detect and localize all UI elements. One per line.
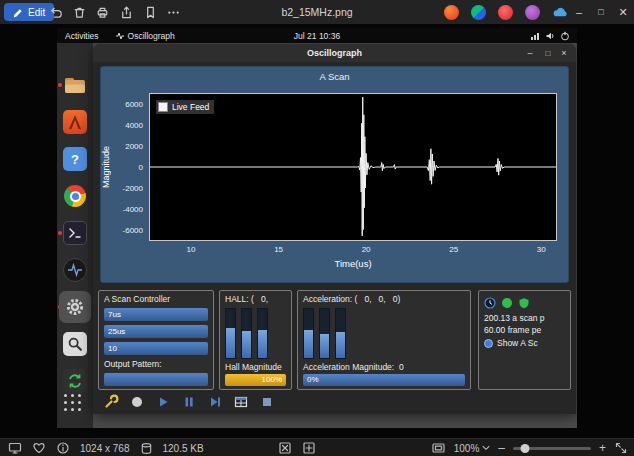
text-editor-app-icon[interactable] <box>63 110 87 134</box>
step-forward-button[interactable] <box>207 394 223 410</box>
hall-magnitude-label: Hall Magnitude <box>225 362 286 372</box>
zoom-in-button[interactable]: + <box>599 441 606 455</box>
status-ok-icon <box>501 297 513 309</box>
record-button[interactable] <box>129 394 145 410</box>
zoom-level-dropdown[interactable]: 100% <box>454 443 491 454</box>
settings-wrench-button[interactable] <box>103 394 119 410</box>
x-tick-label: 10 <box>187 245 196 254</box>
zoom-fill-icon[interactable] <box>302 441 316 455</box>
a-scan-trace <box>150 97 556 236</box>
output-pattern-bar[interactable] <box>104 373 208 386</box>
terminal-prompt-icon <box>68 226 82 240</box>
a-scan-waveform <box>150 94 556 240</box>
pulse-width-slider[interactable]: 7us <box>104 308 208 321</box>
dock: ? <box>57 43 93 428</box>
osc-close-button[interactable]: × <box>556 44 572 62</box>
plot-area[interactable]: Live Feed <box>149 93 557 241</box>
stop-button[interactable] <box>259 394 275 410</box>
minimize-button[interactable]: – <box>568 0 590 24</box>
fit-screen-icon[interactable] <box>431 441 446 455</box>
zoom-out-button[interactable]: – <box>498 441 505 455</box>
stats-group: 200.13 a scan p 60.00 frame pe Show A Sc <box>478 290 571 390</box>
undo-button[interactable] <box>46 2 67 22</box>
share-button[interactable] <box>116 2 137 22</box>
delete-button[interactable] <box>69 2 90 22</box>
info-icon[interactable] <box>56 441 70 455</box>
show-a-scan-option[interactable]: Show A Sc <box>484 338 565 348</box>
clock[interactable]: Jul 21 10:36 <box>294 28 340 43</box>
purple-app-icon[interactable] <box>525 5 540 20</box>
trash-icon <box>72 5 87 20</box>
fullscreen-icon[interactable] <box>614 441 628 455</box>
printer-icon <box>95 5 110 20</box>
settings-app-icon[interactable] <box>63 295 87 319</box>
oscillograph-dock-icon[interactable] <box>63 258 87 282</box>
bookmark-icon <box>143 5 158 20</box>
favorite-tag-button[interactable] <box>140 2 161 22</box>
cloud-app-icon[interactable] <box>552 5 567 20</box>
help-app-icon[interactable]: ? <box>63 147 87 171</box>
orange-app-icon[interactable] <box>444 5 459 20</box>
play-icon <box>155 394 171 410</box>
maximize-button[interactable]: □ <box>590 0 612 24</box>
transport-toolbar <box>103 394 275 410</box>
window-slider[interactable]: 25us <box>104 325 208 338</box>
y-tick-label: -2000 <box>123 184 143 193</box>
scan-rate-text: 200.13 a scan p <box>484 313 565 323</box>
pink-app-icon[interactable] <box>498 5 513 20</box>
table-view-button[interactable] <box>233 394 249 410</box>
zoom-slider[interactable] <box>513 447 591 450</box>
chevron-down-icon <box>482 445 490 451</box>
osc-maximize-button[interactable]: □ <box>540 44 556 62</box>
controls-row: A Scan Controller 7us 25us 10 Output Pat… <box>98 290 571 390</box>
grid-dot <box>78 408 81 411</box>
y-tick-label: 6000 <box>125 99 143 108</box>
teal-app-icon[interactable] <box>471 5 486 20</box>
waveform-icon <box>66 261 84 279</box>
favorite-heart-icon[interactable] <box>32 441 46 455</box>
record-icon <box>129 394 145 410</box>
live-feed-label: Live Feed <box>172 102 209 112</box>
osc-minimize-button[interactable]: – <box>522 44 538 62</box>
output-pattern-label: Output Pattern: <box>104 359 208 369</box>
acceleration-magnitude-label: Acceleration Magnitude: 0 <box>303 362 465 372</box>
show-applications-button[interactable] <box>64 394 81 411</box>
radio-button[interactable] <box>484 339 493 348</box>
folder-icon <box>63 73 87 97</box>
live-feed-checkbox[interactable] <box>158 102 168 112</box>
gain-slider[interactable]: 10 <box>104 342 208 355</box>
activities-button[interactable]: Activities <box>65 31 99 41</box>
system-status-area[interactable] <box>530 28 570 43</box>
grid-dot <box>71 401 74 404</box>
oscillograph-titlebar[interactable]: Oscillograph – □ × <box>93 44 576 62</box>
chrome-app-icon[interactable] <box>63 184 87 208</box>
running-indicator <box>58 231 62 235</box>
focused-app-indicator[interactable]: Oscillograph <box>115 31 175 41</box>
photos-app-window: Edit b2_15MHz.png – □ ✕ <box>0 0 634 456</box>
group-title: HALL: ( 0, <box>225 294 286 304</box>
zoom-slider-handle[interactable] <box>520 444 529 453</box>
zoom-fit-icon[interactable] <box>278 441 292 455</box>
live-feed-toggle[interactable]: Live Feed <box>156 100 214 114</box>
print-button[interactable] <box>92 2 113 22</box>
volume-icon <box>545 31 555 41</box>
close-button[interactable]: ✕ <box>612 0 634 24</box>
chrome-icon <box>64 185 86 207</box>
focused-app-name: Oscillograph <box>128 31 175 41</box>
progress-percent: 0% <box>307 374 319 386</box>
zoom-level-value: 100% <box>454 443 480 454</box>
y-axis-ticks: 6000400020000-2000-4000-6000 <box>112 93 146 241</box>
display-icon[interactable] <box>8 441 22 455</box>
play-button[interactable] <box>155 394 171 410</box>
more-options-button[interactable] <box>163 2 184 22</box>
screenshot-tool-icon[interactable] <box>63 332 87 356</box>
level-meter <box>257 308 268 359</box>
image-viewer-canvas[interactable]: Activities Oscillograph Jul 21 10:36 <box>0 24 634 438</box>
terminal-app-icon[interactable] <box>63 221 87 245</box>
letter-a-icon <box>63 110 87 134</box>
acceleration-meters <box>303 308 465 359</box>
software-updater-icon[interactable] <box>63 369 87 393</box>
acceleration-group: Acceleration: ( 0, 0, 0) Acceleration Ma… <box>297 290 471 390</box>
pause-button[interactable] <box>181 394 197 410</box>
files-app-icon[interactable] <box>63 73 87 97</box>
